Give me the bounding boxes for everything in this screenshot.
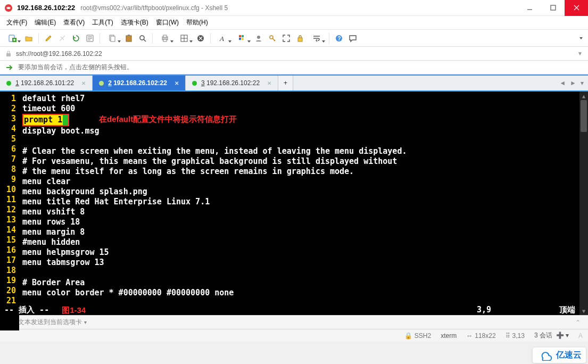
scroll-down-icon[interactable]: ▼ — [579, 307, 588, 315]
color-scheme-button[interactable] — [233, 32, 251, 45]
title-path: root@vms002:/var/lib/tftpboot/pxelinux.c… — [80, 4, 228, 12]
find-button[interactable] — [136, 32, 149, 45]
toolbar-overflow-button[interactable] — [577, 32, 585, 45]
lock-button[interactable] — [294, 32, 307, 45]
menu-view[interactable]: 查看(V) — [63, 18, 85, 27]
key-button[interactable] — [266, 32, 279, 45]
menu-help[interactable]: 帮助(H) — [186, 18, 208, 27]
svg-rect-19 — [242, 38, 244, 40]
add-session-arrow-icon[interactable] — [5, 63, 14, 72]
svg-rect-11 — [163, 35, 167, 37]
status-protocol: 🔒 SSH2 — [404, 332, 431, 340]
tab-scroll-right-icon[interactable]: ► — [570, 79, 576, 87]
watermark-logo: 亿速云 — [533, 348, 586, 363]
lock-icon — [5, 51, 12, 57]
new-tab-button[interactable]: + — [278, 76, 293, 90]
tab-close-icon[interactable]: ✕ — [267, 80, 271, 86]
scroll-up-icon[interactable]: ▲ — [579, 92, 588, 100]
maximize-button[interactable] — [541, 0, 565, 16]
copy-button[interactable] — [103, 32, 121, 45]
tab-close-icon[interactable]: ✕ — [81, 80, 86, 86]
status-dot-icon — [192, 81, 197, 86]
hint-text: 要添加当前会话，点击左侧的箭头按钮。 — [18, 63, 133, 72]
vim-mode: -- 插入 -- — [4, 305, 49, 315]
scrollbar-thumb[interactable] — [581, 100, 587, 132]
font-button[interactable]: A — [214, 32, 232, 45]
svg-rect-6 — [111, 36, 115, 42]
reconnect-button[interactable] — [70, 32, 82, 45]
close-tab-button[interactable] — [194, 32, 207, 45]
help-button[interactable]: ? — [333, 32, 345, 45]
paste-button[interactable] — [122, 32, 135, 45]
print-button[interactable] — [156, 32, 174, 45]
terminal[interactable]: 123456789101112131415161718192021 defaul… — [0, 92, 588, 315]
svg-rect-22 — [298, 38, 302, 42]
figure-label: 图1-34 — [62, 305, 86, 315]
fullscreen-button[interactable] — [280, 32, 293, 45]
menu-file[interactable]: 文件(F) — [6, 18, 27, 27]
status-cursor: ⠿ 3,13 — [506, 332, 525, 340]
status-dot-icon — [99, 81, 104, 86]
properties-button[interactable] — [84, 32, 96, 45]
status-term-type: xterm — [441, 332, 457, 340]
status-bar: 🔒 SSH2 xterm ↔ 118x22 ⠿ 3,13 3 会话 ➕ ▾ A — [0, 329, 588, 342]
status-dot-icon — [6, 81, 11, 86]
vim-cursor-pos: 3,9 — [477, 305, 491, 315]
close-button[interactable] — [565, 0, 588, 16]
tab-scroll-left-icon[interactable]: ◄ — [559, 79, 566, 87]
annotation-main: 在default配置文件中将提示符信息打开 — [99, 114, 237, 124]
edit-button[interactable] — [42, 32, 55, 45]
open-button[interactable] — [22, 32, 35, 45]
tab-close-icon[interactable]: ✕ — [175, 80, 179, 86]
terminal-scrollbar[interactable]: ▲ ▼ — [579, 92, 588, 315]
toolbar: A ? — [0, 30, 588, 47]
vim-status-line: -- 插入 -- 图1-34 3,9 顶端 — [0, 304, 579, 315]
svg-rect-8 — [128, 35, 130, 36]
svg-text:?: ? — [338, 36, 341, 42]
address-url: ssh://root@192.168.26.102:22 — [16, 50, 102, 57]
svg-rect-18 — [239, 38, 241, 40]
svg-rect-1 — [551, 5, 556, 10]
minimize-button[interactable] — [518, 0, 541, 16]
chat-button[interactable] — [346, 32, 359, 45]
window-titlebar: 192.168.26.102:22 root@vms002:/var/lib/t… — [0, 0, 588, 16]
svg-point-20 — [257, 36, 260, 39]
terminal-content[interactable]: default rhel7 timeout 600 prompt 1 displ… — [19, 92, 588, 330]
title-connection: 192.168.26.102:22 — [17, 4, 75, 12]
vim-scroll-pos: 顶端 — [559, 305, 575, 315]
svg-rect-25 — [6, 53, 11, 56]
svg-rect-7 — [126, 36, 131, 42]
menu-edit[interactable]: 编辑(E) — [35, 18, 56, 27]
tab-list-dropdown-icon[interactable]: ▾ — [581, 79, 584, 87]
user-button[interactable] — [252, 32, 265, 45]
address-bar[interactable]: ssh://root@192.168.26.102:22 ▼ — [0, 47, 588, 61]
menu-tab[interactable]: 选项卡(B) — [121, 18, 148, 27]
status-size: ↔ 118x22 — [466, 332, 495, 340]
svg-rect-17 — [242, 35, 244, 37]
app-icon — [4, 4, 13, 12]
disconnect-button[interactable] — [56, 32, 69, 45]
linewrap-button[interactable] — [308, 32, 326, 45]
status-cap: A — [578, 332, 583, 340]
svg-text:A: A — [219, 35, 224, 43]
svg-point-9 — [140, 36, 144, 40]
session-tab-2[interactable]: 2 192.168.26.102:22 ✕ — [93, 76, 186, 90]
tab-strip: 1 192.168.26.101:22 ✕ 2 192.168.26.102:2… — [0, 76, 588, 92]
line-gutter: 123456789101112131415161718192021 — [0, 92, 19, 330]
status-sessions: 3 会话 ➕ ▾ — [534, 331, 569, 340]
session-tab-1[interactable]: 1 192.168.26.101:22 ✕ — [0, 76, 93, 90]
layout-button[interactable] — [175, 32, 193, 45]
hint-bar: 要添加当前会话，点击左侧的箭头按钮。 — [0, 61, 588, 75]
session-tab-3[interactable]: 3 192.168.26.102:22 ✕ — [186, 76, 278, 90]
menu-bar: 文件(F) 编辑(E) 查看(V) 工具(T) 选项卡(B) 窗口(W) 帮助(… — [0, 16, 588, 30]
svg-rect-16 — [239, 35, 241, 37]
menu-window[interactable]: 窗口(W) — [156, 18, 179, 27]
menu-tools[interactable]: 工具(T) — [92, 18, 113, 27]
new-session-button[interactable] — [3, 32, 21, 45]
svg-rect-12 — [163, 39, 167, 42]
address-history-dropdown[interactable]: ▼ — [577, 51, 583, 56]
